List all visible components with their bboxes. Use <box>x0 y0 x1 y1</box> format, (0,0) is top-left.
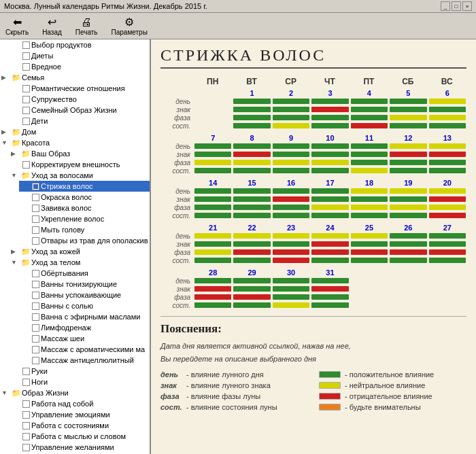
day-num[interactable]: 24 <box>311 224 349 232</box>
bar-cell <box>350 302 388 309</box>
row-label-знак: знак <box>160 285 193 293</box>
day-num[interactable]: 9 <box>272 134 310 142</box>
sidebar-item-vanny_ef[interactable]: Ванна с эфирными маслами <box>19 311 150 322</box>
sidebar-item-vybor[interactable]: Выбор продуктов <box>10 39 150 50</box>
sidebar-item-sup[interactable]: Супружество <box>10 94 150 105</box>
sidebar-item-limfodren[interactable]: Лимфодренаж <box>19 322 150 333</box>
sidebar-item-uhodkozh[interactable]: ▶📁Уход за кожей <box>10 246 150 257</box>
day-num[interactable]: 18 <box>350 179 388 187</box>
day-num[interactable]: 19 <box>389 179 427 187</box>
sidebar-item-uhodtelo[interactable]: ▼📁Уход за телом <box>10 257 150 268</box>
day-num[interactable]: 13 <box>428 134 466 142</box>
day-num[interactable]: 21 <box>194 224 232 232</box>
day-num[interactable]: 25 <box>350 224 388 232</box>
sidebar-item-korrekt[interactable]: Корректируем внешность <box>10 159 150 170</box>
folder-icon: 📁 <box>11 73 22 82</box>
params-button[interactable]: ⚙ Параметры <box>112 16 148 36</box>
day-num[interactable]: 29 <box>233 268 271 277</box>
title-bar: Москва. Лунный календарь Ритмы Жизни. Де… <box>0 0 476 13</box>
day-num[interactable]: 3 <box>311 89 349 97</box>
sidebar-item-upr_zhel[interactable]: Управление желаниями <box>10 442 150 453</box>
sidebar-item-otvar[interactable]: Отвары из трав для ополаскив <box>19 235 150 246</box>
sidebar-item-rabota_mysl[interactable]: Работа с мыслью и словом <box>10 431 150 442</box>
day-num[interactable]: 26 <box>389 224 427 232</box>
sidebar-item-myt[interactable]: Мыть голову <box>19 224 150 235</box>
sidebar-item-label: Управление эмоциями <box>31 411 148 419</box>
sidebar-item-rabota_sost[interactable]: Работа с состояниями <box>10 420 150 431</box>
sidebar-item-semya[interactable]: ▶📁Семья <box>0 72 150 83</box>
sidebar-item-obertyvanie[interactable]: Обёртывания <box>19 268 150 279</box>
leaf-icon <box>20 51 31 60</box>
sidebar-item-deti[interactable]: Дети <box>10 116 150 126</box>
sidebar-item-massazh_sh[interactable]: Массаж шеи <box>19 333 150 344</box>
print-button[interactable]: 🖨 Печать <box>75 16 98 36</box>
sidebar-item-semobr[interactable]: Семейный Образ Жизни <box>10 105 150 116</box>
day-num[interactable]: 20 <box>428 179 466 187</box>
bar-cell <box>350 143 388 150</box>
bar-cell <box>194 159 232 166</box>
sidebar-item-ruki[interactable]: Руки <box>10 366 150 377</box>
sidebar-item-strizhka[interactable]: Стрижка волос <box>19 181 150 192</box>
day-num[interactable]: 22 <box>233 224 271 232</box>
sidebar-item-zavivka[interactable]: Завивка волос <box>19 203 150 213</box>
sidebar-item-obraz[interactable]: ▼📁Образ Жизни <box>0 387 150 398</box>
day-num[interactable]: 14 <box>194 179 232 187</box>
sidebar-item-dom[interactable]: ▶📁Дом <box>0 126 150 137</box>
min-btn[interactable]: _ <box>441 1 450 11</box>
day-num[interactable]: 17 <box>311 179 349 187</box>
day-num[interactable]: 6 <box>428 89 466 97</box>
day-num[interactable]: 5 <box>389 89 427 97</box>
max-btn[interactable]: □ <box>452 1 461 11</box>
sidebar-item-vanny_sol[interactable]: Ванны с солью <box>19 300 150 311</box>
bar-cell <box>311 98 349 105</box>
sidebar-item-dieta[interactable]: Диеты <box>10 50 150 61</box>
sidebar-item-nogi[interactable]: Ноги <box>10 377 150 387</box>
sidebar-item-ukrep[interactable]: Укрепление волос <box>19 213 150 224</box>
day-num[interactable]: 27 <box>428 224 466 232</box>
day-num[interactable]: 1 <box>233 89 271 97</box>
sidebar-item-massazh_ac[interactable]: Массаж антицеллюлитный <box>19 355 150 366</box>
day-num[interactable]: 2 <box>272 89 310 97</box>
day-num[interactable]: 30 <box>272 268 310 277</box>
bar-cell <box>311 122 349 129</box>
leaf-icon <box>20 116 31 126</box>
row-label-знак: знак <box>160 151 193 158</box>
sidebar-item-vashobraz[interactable]: ▶📁Ваш Образ <box>10 148 150 159</box>
day-num[interactable]: 16 <box>272 179 310 187</box>
sidebar-item-krasota[interactable]: ▼📁Красота <box>0 137 150 148</box>
sidebar-item-rom[interactable]: Романтические отношения <box>10 83 150 94</box>
bar-cell <box>350 294 388 300</box>
back-button[interactable]: ↩ Назад <box>42 16 62 36</box>
sidebar-item-vanny_usp[interactable]: Ванны успокаивающие <box>19 290 150 300</box>
day-num[interactable]: 31 <box>311 268 349 277</box>
sidebar-item-vrednoe[interactable]: Вредное <box>10 61 150 72</box>
day-num[interactable]: 28 <box>194 268 232 277</box>
close-btn[interactable]: × <box>462 1 472 11</box>
sidebar-item-massazh_ar[interactable]: Массаж с ароматическими ма <box>19 344 150 355</box>
sidebar-item-rabota_sob[interactable]: Работа над собой <box>10 398 150 409</box>
day-num[interactable]: 8 <box>233 134 271 142</box>
bar-cell <box>311 257 349 264</box>
day-num[interactable]: 11 <box>350 134 388 142</box>
row-label-день: день <box>160 232 193 240</box>
leaf-icon <box>30 323 41 332</box>
day-num[interactable]: 12 <box>389 134 427 142</box>
hide-button[interactable]: ⬅ Скрыть <box>5 16 29 36</box>
bar-cell <box>233 241 271 247</box>
bar-cell <box>233 212 271 219</box>
day-num[interactable]: 15 <box>233 179 271 187</box>
day-num[interactable]: 7 <box>194 134 232 142</box>
day-num <box>428 268 466 277</box>
sidebar-item-vanny_ton[interactable]: Ванны тонизирующие <box>19 279 150 290</box>
sidebar-item-okraska[interactable]: Окраска волос <box>19 192 150 203</box>
day-num[interactable]: 23 <box>272 224 310 232</box>
bar-cell <box>428 151 466 158</box>
day-num[interactable]: 10 <box>311 134 349 142</box>
bar-cell <box>272 294 310 300</box>
day-header-СР: СР <box>271 77 310 86</box>
day-num[interactable]: 4 <box>350 89 388 97</box>
bar-cell <box>233 122 271 129</box>
sidebar-item-upr_emoc[interactable]: Управление эмоциями <box>10 409 150 420</box>
sidebar-item-label: Красота <box>22 139 148 147</box>
sidebar-item-uhod[interactable]: ▼📁Уход за волосами <box>10 170 150 181</box>
